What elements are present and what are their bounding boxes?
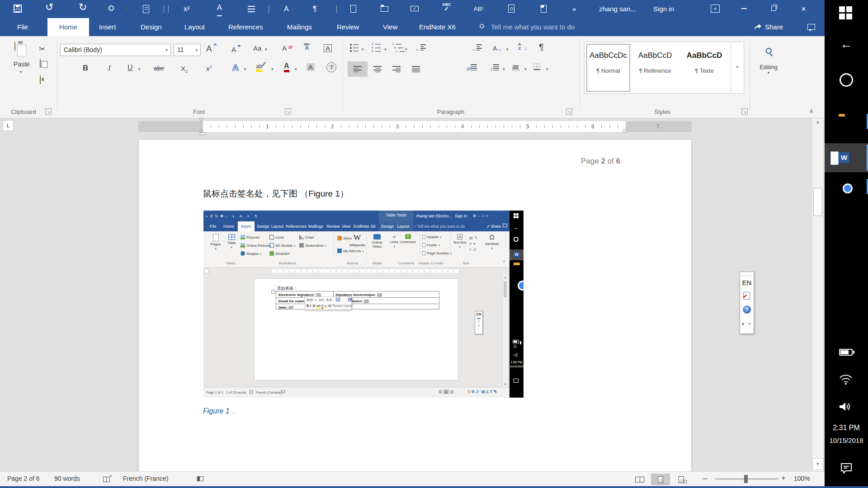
line-spacing-dropdown-icon[interactable]: ▾ — [503, 67, 505, 71]
paragraph-marks-icon[interactable]: ¶ — [313, 0, 317, 18]
character-shading-button[interactable]: A — [307, 63, 315, 71]
paragraph-dialog-launcher[interactable]: ↘ — [566, 108, 572, 115]
zoom-in-button[interactable]: + — [781, 474, 786, 483]
zoom-out-button[interactable]: – — [703, 473, 708, 483]
tell-me-input[interactable]: Tell me what you want to do — [491, 18, 575, 36]
save-icon[interactable] — [14, 5, 22, 13]
footnote-icon[interactable]: AB¹ — [474, 2, 484, 16]
right-indent-marker[interactable]: △ — [623, 127, 626, 133]
numbering-dropdown-icon[interactable]: ▾ — [384, 47, 387, 52]
tab-insert[interactable]: Insert — [99, 18, 116, 36]
font-name-combobox[interactable]: Calibri (Body) ▾ — [60, 44, 171, 56]
web-layout-button[interactable] — [672, 474, 691, 485]
text-effects-button[interactable]: A — [232, 63, 239, 72]
styles-dialog-launcher[interactable]: ↘ — [741, 108, 748, 115]
font-color-button[interactable]: A — [284, 62, 289, 72]
shrink-font-icon[interactable]: A — [231, 46, 236, 53]
cut-icon[interactable]: ✂ — [39, 45, 45, 53]
restore-icon[interactable] — [771, 6, 776, 11]
language-bar-minimize-icon[interactable]: – — [748, 321, 751, 326]
print-icon[interactable]: ✓ — [410, 6, 419, 11]
help-icon[interactable]: ? — [743, 305, 751, 314]
increase-indent-button[interactable]: → — [471, 44, 482, 52]
touch-mode-dropdown-icon[interactable]: ▾ — [126, 0, 128, 17]
language-bar-options-icon[interactable]: ▾ — [742, 322, 744, 326]
more-commands-icon[interactable]: » — [572, 0, 576, 18]
scroll-up-icon[interactable]: ▲ — [812, 119, 823, 124]
character-border-icon[interactable]: A — [324, 44, 332, 52]
back-icon[interactable]: ← — [840, 37, 853, 52]
line-spacing-icon[interactable] — [248, 6, 255, 12]
print-layout-button[interactable] — [651, 474, 670, 485]
word-task-button[interactable]: W — [825, 143, 868, 172]
battery-icon[interactable] — [839, 349, 853, 356]
minimize-icon[interactable] — [741, 8, 747, 9]
zoom-slider-thumb[interactable] — [744, 475, 748, 483]
underline-icon[interactable]: A — [217, 0, 222, 16]
font-size-combobox[interactable]: 11 ▾ — [174, 44, 201, 56]
horizontal-ruler[interactable]: 1 2 3 4 5 6 7 — [138, 121, 692, 132]
bullets-button[interactable] — [350, 44, 359, 52]
read-mode-button[interactable] — [630, 474, 649, 485]
style-reference[interactable]: AaBbCcD ¶ Reference — [632, 45, 678, 91]
collapse-ribbon-icon[interactable]: ∧ — [809, 108, 814, 114]
shading-button[interactable] — [513, 63, 519, 71]
style-texte[interactable]: AaBbCcD ¶ Texte — [681, 45, 728, 91]
styles-gallery-more-button[interactable]: ▾ — [731, 42, 744, 93]
cortana-icon[interactable] — [840, 73, 853, 87]
comments-icon[interactable] — [807, 24, 815, 30]
underline-button[interactable]: U — [127, 64, 133, 71]
bold-button[interactable]: B — [83, 64, 88, 72]
tab-selector[interactable]: L — [3, 120, 14, 131]
action-center-icon[interactable] — [840, 463, 852, 474]
change-case-dropdown-icon[interactable]: ▾ — [265, 47, 267, 52]
superscript-button[interactable]: x2 — [206, 65, 212, 72]
touch-mode-icon[interactable] — [108, 5, 114, 11]
scroll-down-icon[interactable]: ▼ — [812, 458, 823, 470]
enclose-characters-button[interactable]: 字 — [326, 62, 336, 72]
open-folder-icon[interactable] — [381, 6, 388, 12]
highlight-button[interactable]: ab — [256, 63, 262, 72]
language-bar[interactable]: EN ? ▾ – — [740, 272, 754, 334]
editing-group-button[interactable]: Editing ▾ — [754, 45, 783, 75]
bullets-dropdown-icon[interactable]: ▾ — [362, 47, 364, 52]
font-color-dropdown-icon[interactable]: ▾ — [295, 67, 297, 71]
language-doc-check-icon[interactable] — [743, 292, 750, 300]
language-bar-handle[interactable] — [742, 273, 752, 276]
justify-button[interactable] — [412, 66, 420, 72]
line-spacing-button[interactable]: ↕ — [490, 64, 499, 72]
tab-view[interactable]: View — [383, 18, 397, 36]
underline-dropdown-icon[interactable]: ▾ — [138, 67, 141, 71]
superscript-icon[interactable]: x² — [184, 0, 189, 18]
copy-icon[interactable] — [40, 59, 41, 68]
tab-file[interactable]: File — [17, 18, 28, 36]
align-right-button[interactable] — [392, 66, 401, 72]
multilevel-dropdown-icon[interactable]: ▾ — [405, 47, 407, 52]
asian-layout-button[interactable]: A↔ — [493, 45, 502, 52]
redo-icon[interactable]: ↻ — [79, 0, 87, 16]
share-button[interactable]: Share — [765, 18, 783, 36]
shading-dropdown-icon[interactable]: ▾ — [524, 67, 527, 71]
clock-date[interactable]: 10/15/2018 — [825, 436, 868, 444]
status-language[interactable]: French (France) — [123, 475, 168, 482]
tab-review[interactable]: Review — [337, 18, 359, 36]
spelling-icon[interactable]: ABC✓ — [442, 3, 451, 12]
tab-mailings[interactable]: Mailings — [287, 18, 312, 36]
figure-image[interactable]: ▪↺↻✚▫ x A ≡ ¶ Table Tools zhang san Elec… — [203, 211, 524, 398]
multilevel-list-button[interactable]: 1ai — [392, 43, 405, 52]
font-icon[interactable]: A — [284, 0, 289, 18]
asian-layout-dropdown-icon[interactable]: ▾ — [506, 47, 509, 52]
ribbon-display-options-icon[interactable]: ∧ — [711, 5, 720, 13]
zoom-level[interactable]: 100% — [794, 475, 810, 482]
tab-references[interactable]: References — [228, 18, 263, 36]
align-left-button[interactable] — [348, 61, 368, 77]
document-area[interactable]: Page 2 of 6 鼠标点击签名处，见下图 （Figure 1） ▪↺↻✚▫… — [0, 134, 811, 471]
decrease-indent-button[interactable]: ← — [415, 44, 426, 52]
strikethrough-button[interactable]: abe — [154, 65, 164, 71]
first-line-indent-marker[interactable]: ▽ — [199, 117, 203, 122]
clipboard-dialog-launcher[interactable]: ↘ — [45, 108, 52, 115]
find-icon[interactable] — [508, 5, 514, 13]
numbering-button[interactable]: 123 — [372, 43, 381, 52]
new-page-icon[interactable] — [541, 5, 547, 13]
text-effects-dropdown-icon[interactable]: ▾ — [244, 67, 246, 71]
